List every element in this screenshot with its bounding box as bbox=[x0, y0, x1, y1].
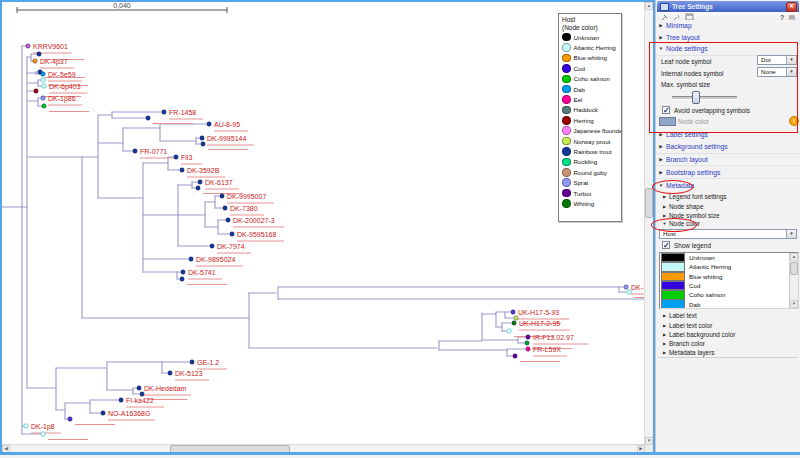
metadata-sub-item[interactable]: ▶Label background color bbox=[660, 330, 800, 340]
tree-node[interactable] bbox=[230, 232, 234, 236]
settings-titlebar[interactable]: Tree Settings ✕ bbox=[657, 1, 799, 12]
tip-label[interactable]: GE-1.2 bbox=[197, 359, 219, 366]
tip-label[interactable]: UK-H17-2-95 bbox=[519, 320, 560, 327]
tree-node[interactable] bbox=[525, 341, 529, 345]
tip-label[interactable]: FR-1458 bbox=[169, 109, 196, 116]
scroll-up-icon[interactable]: ▲ bbox=[645, 2, 653, 10]
tip-label[interactable]: DK-1p86 bbox=[48, 95, 76, 103]
tip-label[interactable]: DK-5e59 bbox=[48, 71, 76, 78]
tree-node[interactable] bbox=[24, 424, 28, 428]
tree-node[interactable] bbox=[41, 96, 45, 100]
phylo-tree-canvas[interactable]: 0,040KRRV9601DK-4p37DK-5e59DK-6p403DK-1p… bbox=[2, 2, 645, 444]
scroll-down-icon[interactable]: ▼ bbox=[645, 437, 653, 445]
metadata-sub-item[interactable]: ▶Label text bbox=[660, 311, 800, 321]
list-scroll-thumb[interactable] bbox=[790, 262, 798, 275]
tip-label[interactable]: KRRV9601 bbox=[33, 43, 68, 50]
tip-label[interactable]: FI-ka422 bbox=[126, 397, 154, 404]
tip-label[interactable]: DK-1p8 bbox=[31, 423, 55, 431]
tip-label[interactable]: AU-8-95 bbox=[214, 121, 240, 128]
tree-node[interactable] bbox=[119, 398, 123, 402]
tree-node[interactable] bbox=[507, 329, 511, 333]
tip-label[interactable]: DK-7974 bbox=[217, 243, 245, 250]
metadata-sub-item[interactable]: ▶Branch color bbox=[660, 339, 800, 349]
tip-label[interactable]: FR-0771 bbox=[140, 148, 167, 155]
tree-node[interactable] bbox=[198, 180, 202, 184]
tip-label[interactable]: DK-7380 bbox=[230, 205, 258, 212]
color-list-item[interactable]: Cod bbox=[660, 281, 798, 290]
color-list-item[interactable]: Blue whiting bbox=[660, 272, 798, 281]
close-icon[interactable]: ✕ bbox=[786, 2, 797, 12]
tree-node[interactable] bbox=[34, 89, 38, 93]
vertical-scroll-thumb[interactable] bbox=[645, 188, 653, 218]
tree-node[interactable] bbox=[146, 116, 150, 120]
tree-node[interactable] bbox=[196, 186, 200, 190]
tree-node[interactable] bbox=[180, 277, 184, 281]
tip-label[interactable]: FR-L59X bbox=[533, 346, 561, 353]
tip-label[interactable]: DK-5123 bbox=[175, 370, 203, 377]
tree-node[interactable] bbox=[226, 218, 230, 222]
tree-node[interactable] bbox=[181, 270, 185, 274]
tree-node[interactable] bbox=[26, 44, 30, 48]
tree-node[interactable] bbox=[526, 335, 530, 339]
metadata-sub-item[interactable]: ▶Label text color bbox=[660, 320, 800, 330]
tree-node[interactable] bbox=[133, 149, 137, 153]
tree-node[interactable] bbox=[514, 316, 518, 320]
section-bootstrap-settings[interactable]: ▶ Bootstrap settings bbox=[656, 167, 800, 180]
tree-node[interactable] bbox=[42, 84, 46, 88]
tree-node[interactable] bbox=[42, 104, 46, 108]
scroll-up-icon[interactable]: ▲ bbox=[790, 253, 798, 261]
tree-node[interactable] bbox=[162, 110, 166, 114]
tip-label[interactable]: DK-9595168 bbox=[237, 231, 276, 238]
metadata-sub-item[interactable]: ▶Legend font settings bbox=[660, 192, 800, 202]
tip-label[interactable]: IR-F13.02.97 bbox=[533, 334, 574, 341]
tree-node[interactable] bbox=[513, 354, 517, 358]
metadata-sub-item[interactable]: ▶Node shape bbox=[660, 201, 800, 211]
tree-node[interactable] bbox=[526, 347, 530, 351]
tree-node[interactable] bbox=[207, 122, 211, 126]
tip-label[interactable]: DK-6p403 bbox=[49, 83, 81, 91]
tree-node[interactable] bbox=[41, 78, 45, 82]
tip-label[interactable]: DK-1 bbox=[631, 284, 645, 291]
tree-node[interactable] bbox=[223, 206, 227, 210]
tree-node[interactable] bbox=[210, 244, 214, 248]
tip-label[interactable]: Fil3 bbox=[181, 154, 192, 161]
tip-label[interactable]: DK-9895024 bbox=[196, 256, 235, 263]
color-list-item[interactable]: Dab bbox=[660, 299, 798, 308]
tip-label[interactable]: DK-Hededam bbox=[144, 385, 187, 392]
tree-node[interactable] bbox=[137, 386, 141, 390]
tree-node[interactable] bbox=[511, 310, 515, 314]
tip-label[interactable]: UK-H17-5-93 bbox=[518, 309, 559, 316]
color-list-item[interactable]: Coho salmon bbox=[660, 290, 798, 299]
tree-node[interactable] bbox=[624, 285, 628, 289]
tip-label[interactable]: DK-3592B bbox=[187, 167, 220, 174]
tree-node[interactable] bbox=[68, 417, 72, 421]
tip-label[interactable]: DK-9995144 bbox=[207, 135, 246, 142]
tree-node[interactable] bbox=[101, 411, 105, 415]
tip-label[interactable]: DK-6137 bbox=[205, 179, 233, 186]
chevron-down-icon[interactable]: ▼ bbox=[786, 230, 796, 238]
list-scrollbar[interactable]: ▲ ▼ bbox=[789, 253, 798, 308]
tree-node[interactable] bbox=[41, 72, 45, 76]
tip-label[interactable]: DK-9995007 bbox=[227, 193, 266, 200]
tree-node[interactable] bbox=[200, 136, 204, 140]
tree-node[interactable] bbox=[201, 142, 205, 146]
color-list-item[interactable]: Atlantic Herring bbox=[660, 262, 798, 271]
tree-node[interactable] bbox=[180, 168, 184, 172]
tree-node[interactable] bbox=[37, 52, 41, 56]
scroll-down-icon[interactable]: ▼ bbox=[790, 300, 798, 308]
tip-label[interactable]: NO-A16368G bbox=[108, 410, 150, 417]
tip-label[interactable]: DK-200027-3 bbox=[233, 217, 275, 224]
tree-node[interactable] bbox=[41, 432, 45, 436]
tip-label[interactable]: DK-5741 bbox=[188, 269, 216, 276]
metadata-color-list[interactable]: UnknownAtlantic HerringBlue whitingCodCo… bbox=[659, 252, 799, 309]
tree-node[interactable] bbox=[220, 194, 224, 198]
tree-node[interactable] bbox=[33, 59, 37, 63]
tip-label[interactable]: DK-4p37 bbox=[40, 58, 68, 66]
tree-node[interactable] bbox=[168, 371, 172, 375]
section-branch-layout[interactable]: ▶ Branch layout bbox=[656, 154, 800, 167]
color-list-item[interactable]: Unknown bbox=[660, 253, 798, 262]
tree-node[interactable] bbox=[627, 290, 631, 294]
tree-node[interactable] bbox=[174, 155, 178, 159]
show-legend-checkbox[interactable]: ✓ bbox=[662, 241, 670, 249]
section-background-settings[interactable]: ▶ Background settings bbox=[656, 141, 800, 154]
